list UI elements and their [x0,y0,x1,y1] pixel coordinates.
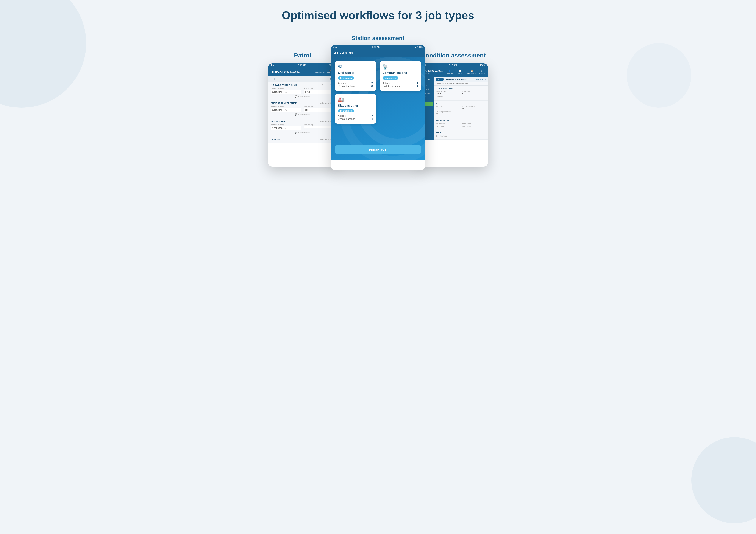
earthpeak-field: Ter Earthpeak Type Other [462,106,486,109]
station-back-button[interactable]: ◀ GYM-STNS [334,51,353,55]
meter-current: CURRENT Meter not available [268,136,337,143]
patrol-header-title: BPE-CT-1582 | 1006603 [275,70,300,73]
step-badge: STEP 1 [436,78,444,81]
leg-a-field: Leg A Length [436,122,460,124]
condition-header-subtitle: #1533267 [422,73,446,75]
meter3-new-group: New reading [304,124,335,130]
devices-section: Patrol iPad 9:18 AM 100% ◀ BPE-CT-1582 |… [231,35,525,170]
other-actions-value: 4 [372,114,373,117]
station-card-row-1: 🏗 Grid assets In progress Actions 65 Upd… [335,61,421,91]
meter1-new-value[interactable]: 847.0 [304,90,335,94]
patrol-content: ITPF Coll % POWER FACTOR @ 20C Meter not… [268,76,337,143]
comm-updated-row: Updated actions 4 [383,85,418,88]
condition-main-panel: STEP 1 CONFIRM ATTRIBUTES Collapse ⊙ Ple… [434,77,488,140]
leg-lengths-section: LEG LENGTHS Leg A Length Leg B Length [434,117,488,130]
grid-assets-stats: Actions 65 Updated actions 28 [338,82,373,88]
meter1-prev-value[interactable]: 1,234,567,890 % [271,90,302,94]
patrol-back-button[interactable]: ◀ BPE-CT-1582 | 1006603 [271,70,300,73]
station-status-left: iPad [333,46,338,48]
meter2-add-comment[interactable]: 💬 Add comment [271,114,335,115]
condition-status-bar: iPad 9:19 AM 100% [419,63,488,67]
condition-header-title: BPE-MHO-A0004 [422,69,446,73]
paint-title: PAINT [436,132,486,134]
stations-other-card[interactable]: 🏭 Stations other In progress Actions 4 U… [335,94,376,124]
grid-assets-icon: 🏗 [338,64,373,70]
meter3-add-comment[interactable]: 💬 Add comment [271,132,335,134]
station-header-title: GYM-STNS [337,51,353,55]
condition-map-nav[interactable]: 🗺 MAP CT [479,70,485,74]
patrol-section: Patrol iPad 9:18 AM 100% ◀ BPE-CT-1582 |… [268,52,337,167]
comm-actions-value: 1 [417,82,418,85]
resources-icon: 📋 [471,70,473,72]
condition-header-info: BPE-MHO-A0004 #1533267 [422,69,446,75]
meter-power-factor: % POWER FACTOR @ 20C Meter not available… [268,82,337,100]
meter3-new-value[interactable] [304,126,335,128]
patrol-add-defect[interactable]: 🐛 ADD DEFECT [315,69,325,74]
communications-card[interactable]: 📡 Communications In progress Actions 1 U… [380,61,421,91]
tower-contract-title: TOWER CONTRACT [436,88,486,89]
comments-icon: 💬 [459,70,461,72]
communications-stats: Actions 1 Updated actions 4 [383,82,418,88]
meter1-new-group: New reading 847.0 [304,88,335,94]
tower-contract-grid: Tower Contract C2784 Tower Type A Tower … [436,91,486,99]
condition-resources-nav[interactable]: 📋 RESOURCES [467,70,476,74]
station-card-row-2: 🏭 Stations other In progress Actions 4 U… [335,94,421,124]
other-updated-label: Updated actions [338,117,355,120]
form-description: Please edit or confirm the information b… [434,82,488,86]
meter2-new-value[interactable]: 658 [304,108,335,112]
step-header: STEP 1 CONFIRM ATTRIBUTES Collapse ⊙ [434,77,488,82]
patrol-app-header: ◀ BPE-CT-1582 | 1006603 🐛 ADD DEFECT 💬 C… [268,67,337,76]
info-section-title: INFO [436,102,486,104]
other-actions-label: Actions [338,114,346,117]
meter3-readings: Previous reading 1,234,567,890 pF New re… [271,124,335,130]
leg-lengths-grid: Leg A Length Leg B Length Leg C Length [436,122,486,128]
condition-status-right: 100% [480,64,485,66]
meter3-prev-value[interactable]: 1,234,567,890 pF [271,126,302,130]
leg-c-field: Leg C Length [436,126,460,127]
finish-job-button[interactable]: FINISH JOB [335,145,421,154]
meter2-new-group: New reading 658 [304,106,335,112]
meter1-readings: Previous reading 1,234,567,890 % New rea… [271,88,335,94]
condition-comments-nav[interactable]: 💬 COMMENTS [456,70,464,74]
station-spacer [335,127,421,142]
patrol-status-time: 9:18 AM [298,64,306,66]
communications-icon: 📡 [383,64,418,70]
tower-type-field: Tower Type A [462,91,486,94]
page-wrapper: Optimised workflows for 3 job types Patr… [227,0,529,183]
station-section: Station assessment iPad 9:18 AM ★ 100% ◀… [331,35,425,170]
stations-other-stats: Actions 4 Updated actions 1 [338,114,373,120]
collapse-chevron-icon[interactable]: ⊙ [484,78,486,81]
map-icon: 🗺 [481,70,483,72]
other-updated-row: Updated actions 1 [338,117,373,120]
paint-section: PAINT Body Paint Type [434,130,488,140]
grid-updated-value: 28 [371,85,373,88]
meter1-prev-group: Previous reading 1,234,567,890 % [271,88,302,94]
condition-section: Condition assessment iPad 9:19 AM 100% B… [419,52,488,167]
communications-title: Communications [383,71,418,74]
info-section: INFO Body Ext Ter Earthpeak Type Other [434,101,488,117]
tower-contract-section: TOWER CONTRACT Tower Contract C2784 Towe… [434,86,488,101]
stations-other-badge: In progress [338,109,354,113]
grid-assets-card[interactable]: 🏗 Grid assets In progress Actions 65 Upd… [335,61,376,91]
collapse-button[interactable]: Collapse [476,78,483,80]
other-actions-row: Actions 4 [338,114,373,117]
body-paint-field: Body Paint Type [436,135,486,137]
grid-assets-title: Grid assets [338,71,373,74]
meter1-add-comment[interactable]: 💬 Add comment [271,95,335,97]
condition-defects-nav[interactable]: 👤 DEFECTS [446,70,453,74]
station-main-content: 🏗 Grid assets In progress Actions 65 Upd… [331,57,425,160]
defect-icon: 🐛 [318,69,321,72]
condition-device: iPad 9:19 AM 100% BPE-MHO-A0004 #1533267… [419,63,488,167]
patrol-device: iPad 9:18 AM 100% ◀ BPE-CT-1582 | 100660… [268,63,337,167]
meter2-prev-value[interactable]: 1,234,567,890 °C [271,108,302,112]
condition-label: Condition assessment [421,52,486,59]
body-ext-field: Body Ext [436,106,460,109]
condition-app-header: BPE-MHO-A0004 #1533267 👤 DEFECTS 💬 COMME… [419,67,488,77]
patrol-back-icon: ◀ [271,70,274,73]
patrol-label: Patrol [294,52,311,59]
comment-plus-icon: 💬 [295,95,297,97]
leg-b-field: Leg B Length [462,122,486,124]
grid-actions-label: Actions [338,82,346,85]
defects-icon: 👤 [448,70,451,72]
meter2-readings: Previous reading 1,234,567,890 °C New re… [271,106,335,112]
